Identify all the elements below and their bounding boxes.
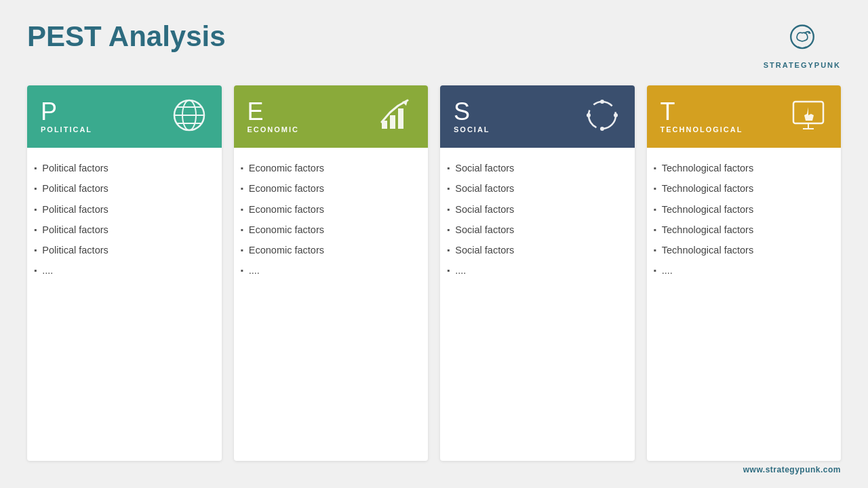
card-body-p: Political factorsPolitical factorsPoliti…: [27, 148, 222, 461]
list-item: Economic factors: [241, 243, 415, 257]
bullet-list-s: Social factorsSocial factorsSocial facto…: [447, 161, 621, 278]
page-title: PEST Analysis: [27, 20, 226, 53]
list-item: Social factors: [447, 243, 621, 257]
card-icon-e: [376, 96, 414, 137]
card-label-t: TECHNOLOGICAL: [660, 125, 743, 134]
svg-rect-8: [390, 115, 395, 129]
list-item: Technological factors: [654, 182, 828, 195]
svg-point-13: [614, 113, 618, 117]
list-item: ....: [654, 264, 828, 277]
footer: www.strategypunk.com: [27, 461, 841, 474]
card-label-e: ECONOMIC: [248, 125, 300, 134]
list-item: Political factors: [34, 161, 208, 175]
bullet-list-p: Political factorsPolitical factorsPoliti…: [34, 161, 208, 278]
card-s: SSOCIAL Social factorsSocial factorsSoci…: [440, 85, 635, 461]
card-header-t: TTECHNOLOGICAL: [647, 85, 842, 148]
card-letter-p: P: [41, 100, 92, 124]
card-letter-block-p: PPOLITICAL: [41, 100, 92, 134]
svg-point-15: [587, 113, 591, 117]
card-body-s: Social factorsSocial factorsSocial facto…: [440, 148, 635, 461]
list-item: ....: [241, 264, 415, 277]
card-letter-block-s: SSOCIAL: [454, 100, 490, 134]
header: PEST Analysis STRATEGYPUNK: [27, 20, 841, 69]
page-wrapper: PEST Analysis STRATEGYPUNK PPOLITICAL: [0, 0, 868, 488]
list-item: Political factors: [34, 243, 208, 257]
list-item: ....: [447, 264, 621, 277]
list-item: Technological factors: [654, 223, 828, 237]
card-p: PPOLITICAL Political factorsPolitical fa…: [27, 85, 222, 461]
list-item: Technological factors: [654, 161, 828, 175]
svg-point-0: [791, 25, 814, 48]
card-letter-s: S: [454, 100, 490, 124]
card-label-s: SOCIAL: [454, 125, 490, 134]
list-item: Political factors: [34, 223, 208, 237]
pest-grid: PPOLITICAL Political factorsPolitical fa…: [27, 85, 841, 461]
card-icon-p: [170, 96, 208, 137]
card-icon-t: [789, 96, 827, 137]
list-item: Economic factors: [241, 223, 415, 237]
svg-point-12: [600, 100, 604, 104]
bullet-list-t: Technological factorsTechnological facto…: [654, 161, 828, 278]
list-item: ....: [34, 264, 208, 277]
list-item: Social factors: [447, 203, 621, 216]
list-item: Technological factors: [654, 243, 828, 257]
list-item: Economic factors: [241, 161, 415, 175]
website-url: www.strategypunk.com: [743, 465, 841, 474]
logo-text: STRATEGYPUNK: [764, 61, 841, 69]
list-item: Political factors: [34, 203, 208, 216]
list-item: Technological factors: [654, 203, 828, 216]
svg-rect-9: [398, 108, 403, 129]
svg-point-14: [600, 127, 604, 131]
logo-area: STRATEGYPUNK: [764, 20, 841, 69]
card-header-s: SSOCIAL: [440, 85, 635, 148]
card-header-e: EECONOMIC: [234, 85, 429, 148]
list-item: Political factors: [34, 182, 208, 195]
card-icon-s: [583, 96, 621, 137]
card-label-p: POLITICAL: [41, 125, 92, 134]
list-item: Social factors: [447, 182, 621, 195]
card-letter-block-t: TTECHNOLOGICAL: [660, 100, 743, 134]
card-body-t: Technological factorsTechnological facto…: [647, 148, 842, 461]
card-e: EECONOMIC Economic factorsEconomic facto…: [234, 85, 429, 461]
card-letter-block-e: EECONOMIC: [248, 100, 300, 134]
bullet-list-e: Economic factorsEconomic factorsEconomic…: [241, 161, 415, 278]
card-body-e: Economic factorsEconomic factorsEconomic…: [234, 148, 429, 461]
card-header-p: PPOLITICAL: [27, 85, 222, 148]
card-t: TTECHNOLOGICAL Technological factorsTech…: [647, 85, 842, 461]
svg-point-11: [589, 102, 616, 129]
card-letter-t: T: [660, 100, 743, 124]
card-letter-e: E: [248, 100, 300, 124]
list-item: Social factors: [447, 161, 621, 175]
list-item: Social factors: [447, 223, 621, 237]
list-item: Economic factors: [241, 203, 415, 216]
logo-icon: [783, 20, 821, 58]
list-item: Economic factors: [241, 182, 415, 195]
